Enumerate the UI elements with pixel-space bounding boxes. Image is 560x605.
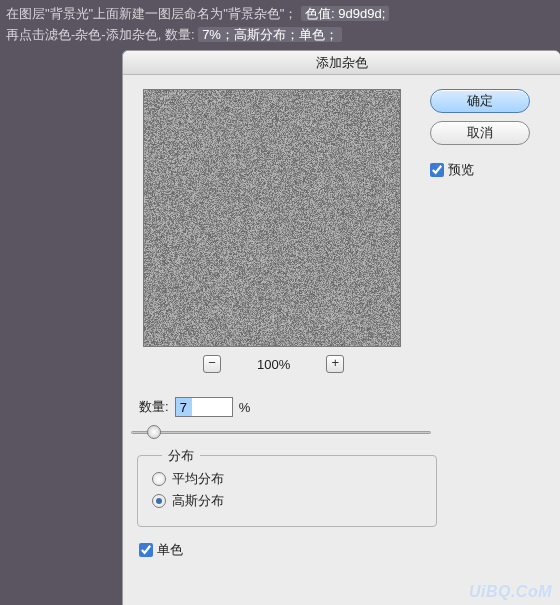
zoom-out-button[interactable]: − <box>203 355 221 373</box>
monochrome-row[interactable]: 单色 <box>139 541 560 559</box>
uniform-radio-row[interactable]: 平均分布 <box>152 470 422 488</box>
monochrome-label: 单色 <box>157 541 183 559</box>
preview-label: 预览 <box>448 161 474 179</box>
preview-checkbox[interactable] <box>430 163 444 177</box>
add-noise-dialog: 添加杂色 − 100% + 确定 取消 预览 数量: % <box>122 50 560 605</box>
amount-input[interactable] <box>175 397 233 417</box>
amount-slider[interactable] <box>131 423 431 441</box>
zoom-in-button[interactable]: + <box>326 355 344 373</box>
gaussian-radio-row[interactable]: 高斯分布 <box>152 492 422 510</box>
uniform-radio[interactable] <box>152 472 166 486</box>
zoom-level: 100% <box>257 357 290 372</box>
slider-thumb[interactable] <box>147 425 161 439</box>
monochrome-checkbox[interactable] <box>139 543 153 557</box>
noise-preview[interactable] <box>143 89 401 347</box>
distribution-group: 分布 平均分布 高斯分布 <box>137 455 437 527</box>
dialog-title: 添加杂色 <box>123 51 560 75</box>
watermark: UiBQ.CoM <box>469 583 552 601</box>
amount-label: 数量: <box>139 398 169 416</box>
preview-checkbox-row[interactable]: 预览 <box>430 161 474 179</box>
uniform-label: 平均分布 <box>172 470 224 488</box>
cancel-button[interactable]: 取消 <box>430 121 530 145</box>
gaussian-radio[interactable] <box>152 494 166 508</box>
instruction-text: 在图层"背景光"上面新建一图层命名为"背景杂色"； 色值: 9d9d9d; 再点… <box>0 0 560 50</box>
ok-button[interactable]: 确定 <box>430 89 530 113</box>
gaussian-label: 高斯分布 <box>172 492 224 510</box>
distribution-legend: 分布 <box>162 447 200 465</box>
amount-unit: % <box>239 400 251 415</box>
